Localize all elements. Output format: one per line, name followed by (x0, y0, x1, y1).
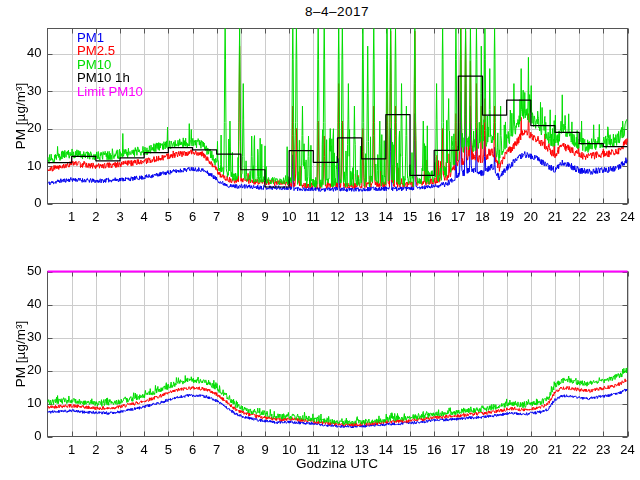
y-axis-label-top: PM [µg/m³] (13, 83, 28, 149)
chart-legend: PM1 PM2.5 PM10 PM10 1h Limit PM10 (77, 31, 143, 98)
legend-item-pm10: PM10 (77, 58, 143, 71)
pm-chart-figure: 8–4–2017 PM1 PM2.5 PM10 PM10 1h Limit PM… (0, 0, 640, 480)
legend-item-pm10-1h: PM10 1h (77, 71, 143, 84)
y-axis-label-bottom: PM [µg/m³] (13, 321, 28, 387)
x-axis-label: Godzina UTC (47, 456, 627, 471)
legend-item-pm25: PM2.5 (77, 44, 143, 57)
legend-item-pm1: PM1 (77, 31, 143, 44)
legend-item-limit: Limit PM10 (77, 85, 143, 98)
